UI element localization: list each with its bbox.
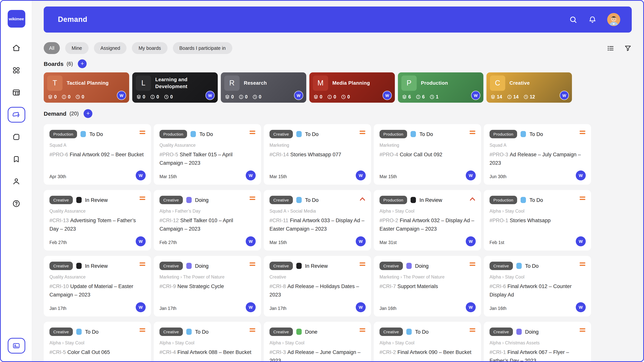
card-menu-icon[interactable] [250, 328, 255, 332]
board-tag: Creative [270, 130, 293, 138]
demand-card[interactable]: Creative Doing Alpha › Father’s Day #CRI… [154, 190, 261, 251]
card-menu-icon[interactable] [140, 197, 145, 200]
status-label: To Do [195, 329, 208, 335]
board-card[interactable]: M Media Planning 0 0 0 W [309, 72, 395, 103]
card-menu-icon[interactable] [140, 328, 145, 332]
card-menu-icon[interactable] [140, 262, 145, 266]
user-avatar[interactable] [607, 13, 620, 26]
card-menu-icon[interactable] [360, 328, 365, 332]
card-menu-icon[interactable] [140, 131, 145, 134]
card-assignee-avatar[interactable]: W [246, 236, 256, 246]
demand-card[interactable]: Creative In Review Quality Assurance #CR… [44, 190, 151, 251]
card-assignee-avatar[interactable]: W [576, 236, 586, 246]
card-assignee-avatar[interactable]: W [356, 170, 366, 180]
search-icon[interactable] [569, 15, 578, 24]
card-menu-icon[interactable] [470, 262, 475, 266]
demand-card[interactable]: Creative To Do Alpha › Stay Cool #CRI-2F… [374, 322, 481, 361]
help-icon[interactable] [8, 196, 25, 211]
app-logo[interactable]: wikimee [8, 10, 25, 27]
demand-card[interactable]: Creative In Review Creative #CRI-8Ad Rel… [264, 256, 371, 317]
board-card[interactable]: C Creative 14 14 12 W [486, 72, 572, 103]
card-assignee-avatar[interactable]: W [246, 170, 256, 180]
board-card[interactable]: R Research 0 0 0 W [221, 72, 306, 103]
user-icon[interactable] [8, 174, 25, 189]
board-card[interactable]: P Production 6 6 1 W [398, 72, 484, 103]
add-demand-button[interactable]: + [84, 109, 92, 118]
demand-card[interactable]: Creative Done Alpha › Stay Cool #CRI-3Ad… [264, 322, 371, 361]
card-icon[interactable] [8, 338, 25, 354]
board-owner-avatar[interactable]: W [117, 91, 126, 100]
card-menu-icon[interactable] [580, 197, 585, 200]
notifications-bell-icon[interactable] [588, 15, 597, 24]
card-due-date: Feb 27th [50, 240, 67, 245]
demand-card[interactable]: Production To Do Marketing #PRO-4Color C… [374, 124, 481, 185]
card-menu-icon[interactable] [580, 328, 585, 332]
document-icon[interactable] [8, 129, 25, 145]
demand-card[interactable]: Creative To Do Squad A › Social Media #C… [264, 190, 371, 251]
demand-card[interactable]: Creative To Do Alpha › Stay Cool #CRI-4F… [154, 322, 261, 361]
board-owner-avatar[interactable]: W [560, 91, 569, 100]
list-view-icon[interactable] [607, 44, 614, 52]
card-assignee-avatar[interactable]: W [356, 302, 366, 312]
card-menu-icon[interactable] [250, 131, 255, 134]
kanban-board-icon[interactable] [8, 85, 25, 100]
bookmark-icon[interactable] [8, 151, 25, 167]
card-assignee-avatar[interactable]: W [136, 236, 146, 246]
card-menu-icon[interactable] [470, 131, 475, 134]
card-menu-icon[interactable] [360, 131, 365, 134]
home-icon[interactable] [8, 40, 25, 56]
demand-card[interactable]: Creative Doing Marketing › The Power of … [374, 256, 481, 317]
card-id: #PRO-5 [160, 152, 178, 157]
demand-card[interactable]: Production In Review Alpha › Stay Cool #… [374, 190, 481, 251]
filter-chip[interactable]: All [44, 42, 60, 54]
card-menu-icon[interactable] [250, 262, 255, 266]
demand-icon[interactable] [8, 107, 25, 123]
filter-chip[interactable]: Assigned [94, 42, 127, 54]
demand-card[interactable]: Production To Do Quality Assurance #PRO-… [154, 124, 261, 185]
filter-chip[interactable]: Boards I participate in [173, 42, 232, 54]
board-card[interactable]: T Tactical Planning 0 0 0 W [44, 72, 129, 103]
card-assignee-avatar[interactable]: W [466, 170, 476, 180]
card-menu-icon[interactable] [580, 262, 585, 266]
page-title: Demand [58, 15, 88, 24]
card-assignee-avatar[interactable]: W [466, 236, 476, 246]
demand-card[interactable]: Creative Doing Marketing › The Power of … [154, 256, 261, 317]
board-letter-tile: C [490, 75, 505, 91]
card-collapse-icon[interactable] [360, 197, 365, 201]
demand-card[interactable]: Creative To Do Alpha › Stay Cool #CRI-5C… [44, 322, 151, 361]
demand-card[interactable]: Production To Do Squad A #PRO-3Ad Releas… [484, 124, 591, 185]
card-assignee-avatar[interactable]: W [576, 302, 586, 312]
apps-icon[interactable] [8, 62, 25, 78]
card-menu-icon[interactable] [360, 262, 365, 266]
status-label: Doing [195, 263, 208, 269]
filter-funnel-icon[interactable] [624, 44, 632, 52]
filter-chip[interactable]: My boards [132, 42, 168, 54]
card-menu-icon[interactable] [470, 328, 475, 332]
card-breadcrumb: Quality Assurance [160, 143, 255, 147]
demand-card[interactable]: Creative In Review Quality Assurance #CR… [44, 256, 151, 317]
board-owner-avatar[interactable]: W [382, 91, 392, 100]
card-assignee-avatar[interactable]: W [246, 302, 256, 312]
board-owner-avatar[interactable]: W [294, 91, 303, 100]
card-assignee-avatar[interactable]: W [466, 302, 476, 312]
card-due-date: Apr 30th [50, 174, 66, 179]
add-board-button[interactable]: + [78, 59, 87, 68]
card-assignee-avatar[interactable]: W [136, 302, 146, 312]
card-menu-icon[interactable] [580, 131, 585, 134]
card-assignee-avatar[interactable]: W [576, 170, 586, 180]
filter-chip[interactable]: Mine [65, 42, 88, 54]
card-assignee-avatar[interactable]: W [136, 170, 146, 180]
demand-card[interactable]: Production To Do Alpha › Stay Cool #PRO-… [484, 190, 591, 251]
sidebar-nav [8, 40, 25, 211]
board-card[interactable]: L Learning and Development 0 0 0 W [132, 72, 218, 103]
card-collapse-icon[interactable] [470, 197, 475, 201]
board-owner-avatar[interactable]: W [206, 91, 215, 100]
demand-card[interactable]: Creative Doing Alpha › Christmas Assets … [484, 322, 591, 361]
card-assignee-avatar[interactable]: W [356, 236, 366, 246]
demand-card[interactable]: Production To Do Squad A #PRO-6Final Art… [44, 124, 151, 185]
card-menu-icon[interactable] [250, 197, 255, 200]
board-owner-avatar[interactable]: W [471, 91, 480, 100]
demand-card[interactable]: Creative To Do Alpha › Stay Cool #CRI-6F… [484, 256, 591, 317]
card-id: #CRI-8 [270, 284, 286, 289]
demand-card[interactable]: Creative To Do Marketing #CRI-14Stories … [264, 124, 371, 185]
